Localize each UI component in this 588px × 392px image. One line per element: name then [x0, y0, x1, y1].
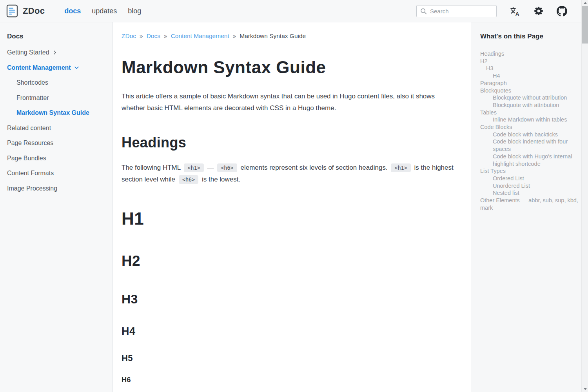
chevron-right-icon: [52, 50, 58, 55]
page-scrollbar[interactable]: [581, 0, 588, 392]
toc-item-blockquotes[interactable]: Blockquotes: [480, 87, 583, 94]
nav-link-updates[interactable]: updates: [92, 7, 117, 15]
heading-sample-h4: H4: [122, 325, 465, 338]
main-content: ZDoc»Docs»Content Management»Markdown Sy…: [113, 22, 472, 392]
toc-item-code-block-with-backticks[interactable]: Code block with backticks: [480, 131, 583, 138]
headings-section-title: Headings: [122, 134, 465, 151]
breadcrumb-link-content-management[interactable]: Content Management: [171, 33, 229, 40]
paragraph-text: elements represent six levels of section…: [239, 164, 390, 171]
toc-item-list-types[interactable]: List Types: [480, 167, 583, 175]
sidebar-item-content-formats[interactable]: Content Formats: [7, 166, 105, 181]
paragraph-text: —: [205, 164, 216, 171]
breadcrumb: ZDoc»Docs»Content Management»Markdown Sy…: [122, 33, 465, 40]
toc-item-h3[interactable]: H3: [480, 65, 583, 72]
search-icon: [420, 8, 427, 15]
toc-item-code-block-with-hugo-s-internal-highligh[interactable]: Code block with Hugo's internal highligh…: [480, 153, 583, 167]
breadcrumb-divider: [122, 48, 465, 48]
sidebar-item-frontmatter[interactable]: Frontmatter: [7, 91, 105, 106]
toc-panel: What's on this Page HeadingsH2H3H4Paragr…: [472, 22, 588, 392]
inline-code-chip: <h6>: [179, 175, 199, 184]
inline-code-chip: <h1>: [391, 163, 411, 172]
toc-item-blockquote-without-attribution[interactable]: Blockquote without attribution: [480, 94, 583, 102]
breadcrumb-separator: »: [233, 33, 236, 40]
toc-item-code-block-indented-with-four-spaces[interactable]: Code block indented with four spaces: [480, 138, 583, 152]
sidebar-item-getting-started[interactable]: Getting Started: [7, 45, 105, 60]
sidebar-item-label: Image Processing: [7, 185, 57, 192]
breadcrumb-link-docs[interactable]: Docs: [147, 33, 160, 40]
top-navbar: ZDoc docsupdatesblog A: [0, 0, 588, 22]
heading-sample-h3: H3: [122, 292, 465, 307]
sidebar-item-label: Getting Started: [7, 49, 49, 56]
heading-samples: H1H2H3H4H5H6: [122, 209, 465, 384]
brand[interactable]: ZDoc: [6, 4, 45, 18]
heading-sample-h1: H1: [122, 209, 465, 229]
sidebar-item-label: Page Resources: [7, 140, 53, 147]
sidebar-item-related-content[interactable]: Related content: [7, 121, 105, 136]
scrollbar-thumb[interactable]: [582, 6, 588, 44]
scrollbar-down-arrow[interactable]: [582, 386, 588, 392]
page-title: Markdown Syntax Guide: [122, 58, 465, 77]
heading-sample-h5: H5: [122, 353, 465, 363]
sidebar-item-page-resources[interactable]: Page Resources: [7, 136, 105, 151]
breadcrumb-link-zdoc[interactable]: ZDoc: [122, 33, 136, 40]
nav-icons: A: [510, 6, 567, 16]
sidebar-item-image-processing[interactable]: Image Processing: [7, 181, 105, 196]
sidebar-item-label: Shortcodes: [16, 79, 48, 86]
toc-item-headings[interactable]: Headings: [480, 50, 583, 58]
toc-list: HeadingsH2H3H4ParagraphBlockquotesBlockq…: [480, 50, 583, 211]
inline-code-chip: <h6>: [217, 163, 237, 172]
sidebar-item-label: Content Management: [7, 64, 71, 71]
sidebar-item-label: Markdown Syntax Guide: [16, 109, 89, 116]
intro-paragraph: This article offers a sample of basic Ma…: [122, 91, 459, 114]
toc-item-ordered-list[interactable]: Ordered List: [480, 175, 583, 182]
github-icon[interactable]: [557, 6, 567, 16]
sidebar-nav: Getting StartedContent ManagementShortco…: [7, 45, 105, 196]
heading-sample-h6: H6: [122, 376, 465, 384]
sidebar-item-label: Content Formats: [7, 170, 54, 177]
toc-item-blockquote-with-attribution[interactable]: Blockquote with attribution: [480, 102, 583, 109]
breadcrumb-separator: »: [164, 33, 167, 40]
toc-item-nested-list[interactable]: Nested list: [480, 189, 583, 197]
toc-item-inline-markdown-within-tables[interactable]: Inline Markdown within tables: [480, 116, 583, 123]
search-input[interactable]: [430, 8, 508, 15]
toc-item-h2[interactable]: H2: [480, 58, 583, 65]
docs-sidebar: Docs Getting StartedContent ManagementSh…: [0, 22, 113, 392]
brand-name: ZDoc: [23, 6, 45, 16]
svg-text:A: A: [515, 11, 519, 16]
gear-icon[interactable]: [533, 6, 544, 16]
sidebar-item-label: Related content: [7, 125, 51, 132]
sidebar-item-shortcodes[interactable]: Shortcodes: [7, 75, 105, 91]
zdoc-logo-icon: [6, 4, 18, 18]
heading-sample-h2: H2: [122, 253, 465, 269]
toc-item-other-elements-abbr-sub-sup-kbd-mark[interactable]: Other Elements — abbr, sub, sup, kbd, ma…: [480, 197, 583, 211]
toc-item-code-blocks[interactable]: Code Blocks: [480, 123, 583, 131]
paragraph-text: is the lowest.: [200, 176, 240, 183]
translate-icon[interactable]: A: [510, 6, 520, 16]
sidebar-item-markdown-syntax-guide[interactable]: Markdown Syntax Guide: [7, 105, 105, 121]
search-box[interactable]: [416, 5, 497, 17]
toc-item-unordered-list[interactable]: Unordered List: [480, 182, 583, 190]
breadcrumb-current: Markdown Syntax Guide: [240, 33, 306, 40]
headings-paragraph: The following HTML <h1> — <h6> elements …: [122, 162, 459, 185]
chevron-down-icon: [74, 65, 80, 71]
sidebar-title: Docs: [7, 33, 105, 40]
nav-link-blog[interactable]: blog: [128, 7, 141, 15]
paragraph-text: The following HTML: [122, 164, 182, 171]
toc-item-paragraph[interactable]: Paragraph: [480, 80, 583, 87]
sidebar-item-content-management[interactable]: Content Management: [7, 60, 105, 76]
sidebar-item-label: Page Bundles: [7, 155, 46, 162]
toc-item-h4[interactable]: H4: [480, 72, 583, 80]
toc-item-tables[interactable]: Tables: [480, 109, 583, 116]
nav-link-docs[interactable]: docs: [64, 7, 81, 15]
toc-title: What's on this Page: [480, 33, 583, 40]
nav-links: docsupdatesblog: [64, 7, 141, 15]
sidebar-item-label: Frontmatter: [16, 94, 49, 102]
breadcrumb-separator: »: [140, 33, 143, 40]
sidebar-item-page-bundles[interactable]: Page Bundles: [7, 151, 105, 166]
scrollbar-up-arrow[interactable]: [582, 0, 588, 6]
inline-code-chip: <h1>: [184, 163, 204, 172]
